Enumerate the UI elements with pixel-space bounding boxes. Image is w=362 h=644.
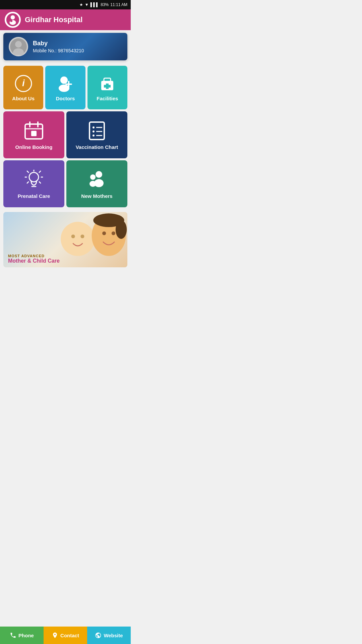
- svg-point-42: [61, 222, 95, 256]
- new-mothers-button[interactable]: New Mothers: [66, 160, 127, 207]
- banner-title: Mother & Child Care: [8, 258, 60, 264]
- doctors-button[interactable]: Doctors: [45, 66, 85, 109]
- svg-point-44: [80, 234, 84, 238]
- svg-point-38: [96, 171, 102, 178]
- prenatal-care-label: Prenatal Care: [18, 193, 50, 199]
- svg-point-29: [29, 172, 39, 182]
- doctor-icon: [57, 75, 74, 92]
- facilities-button[interactable]: Facilities: [87, 66, 127, 109]
- vaccination-chart-button[interactable]: Vaccination Chart: [66, 111, 127, 158]
- svg-point-46: [102, 231, 106, 235]
- time-text: 11:11 AM: [110, 2, 127, 7]
- signal-icon: ▌▌▌: [90, 2, 99, 7]
- svg-point-27: [93, 135, 95, 137]
- user-card: Baby Mobile No.: 9876543210: [3, 33, 127, 60]
- doctors-label: Doctors: [56, 96, 75, 101]
- bluetooth-icon: ★: [79, 2, 83, 7]
- header-title: Girdhar Hospital: [25, 15, 82, 24]
- about-us-label: About Us: [12, 96, 35, 101]
- wifi-icon: ▼: [85, 2, 89, 7]
- grid-row-3: Prenatal Care New Mothers: [3, 160, 127, 207]
- menu-grid: i About Us Doctors: [0, 63, 131, 210]
- svg-point-5: [15, 41, 22, 48]
- svg-point-1: [11, 15, 15, 19]
- svg-line-37: [39, 182, 41, 183]
- svg-line-36: [27, 182, 28, 183]
- svg-point-40: [90, 174, 96, 180]
- svg-point-23: [93, 126, 95, 128]
- svg-line-35: [39, 171, 41, 172]
- svg-point-9: [60, 76, 68, 84]
- svg-point-10: [59, 85, 69, 92]
- banner-overlay: MOST ADVANCED Mother & Child Care: [3, 251, 64, 267]
- online-booking-label: Online Booking: [15, 144, 53, 150]
- calendar-icon: [24, 121, 44, 141]
- svg-point-41: [89, 181, 96, 187]
- info-icon: i: [15, 75, 32, 92]
- user-name: Baby: [33, 40, 84, 47]
- svg-text:i: i: [22, 78, 25, 88]
- header-logo: [5, 12, 21, 28]
- app-header: Girdhar Hospital: [0, 9, 131, 30]
- svg-point-43: [71, 234, 75, 238]
- svg-point-49: [116, 220, 127, 239]
- user-avatar: [9, 37, 28, 56]
- banner-subtitle: MOST ADVANCED: [8, 254, 60, 258]
- svg-rect-14: [104, 78, 111, 82]
- svg-rect-22: [89, 122, 104, 140]
- new-mothers-label: New Mothers: [81, 193, 112, 199]
- vaccination-chart-label: Vaccination Chart: [76, 144, 118, 150]
- mothers-icon: [87, 170, 107, 190]
- prenatal-care-button[interactable]: Prenatal Care: [3, 160, 64, 207]
- svg-rect-21: [31, 131, 37, 136]
- grid-row-2: Online Booking Vaccination Chart: [3, 111, 127, 158]
- svg-line-34: [27, 171, 28, 172]
- facilities-icon: [99, 75, 116, 92]
- about-us-button[interactable]: i About Us: [3, 66, 43, 109]
- user-info: Baby Mobile No.: 9876543210: [33, 40, 84, 53]
- svg-point-25: [93, 130, 95, 132]
- online-booking-button[interactable]: Online Booking: [3, 111, 64, 158]
- svg-point-47: [112, 231, 115, 235]
- battery-text: 83%: [101, 2, 109, 7]
- grid-row-1: i About Us Doctors: [3, 66, 127, 109]
- list-icon: [87, 121, 107, 141]
- user-mobile: Mobile No.: 9876543210: [33, 48, 84, 53]
- facilities-label: Facilities: [97, 96, 118, 101]
- bulb-icon: [24, 170, 44, 190]
- svg-rect-16: [104, 85, 111, 88]
- status-bar: ★ ▼ ▌▌▌ 83% 11:11 AM: [0, 0, 131, 9]
- banner-section: MOST ADVANCED Mother & Child Care: [3, 212, 127, 267]
